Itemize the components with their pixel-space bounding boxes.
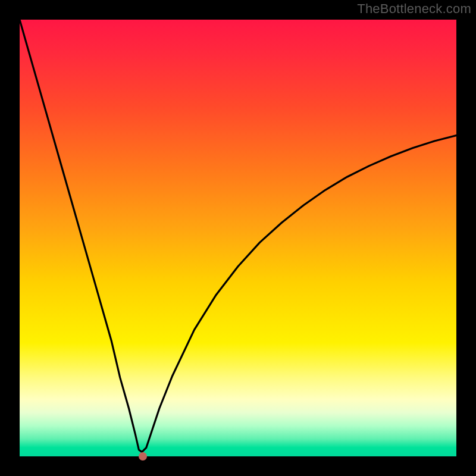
optimal-point-dot [139, 452, 147, 461]
bottleneck-curve [20, 20, 456, 456]
chart-frame: TheBottleneck.com [0, 0, 476, 476]
plot-area [20, 20, 456, 456]
watermark-text: TheBottleneck.com [357, 1, 471, 17]
